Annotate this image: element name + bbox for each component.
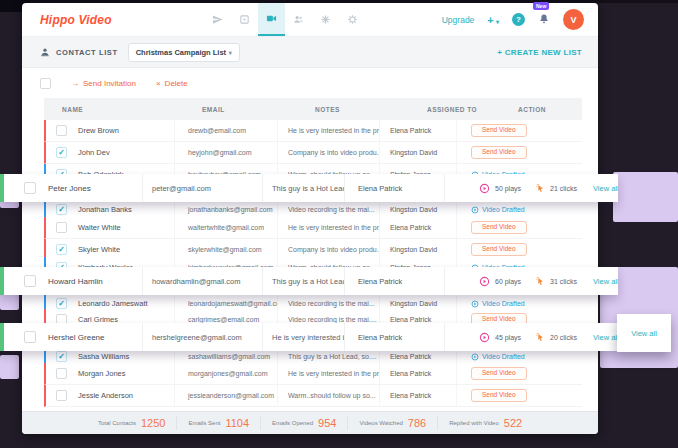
column-header-action: ACTION [504,106,546,113]
assigned-to: Elena Patrick [358,333,402,342]
create-menu-button[interactable]: + ▾ [487,14,499,26]
column-header-email: EMAIL [189,106,305,113]
assigned-to: Kingston David [390,149,437,156]
contact-email: heyjohn@gmail.com [188,149,252,156]
row-checkbox[interactable] [56,351,67,362]
highlighted-row[interactable]: Peter Jones peter@gmail.com This guy is … [0,174,618,202]
avatar[interactable]: V [563,9,584,30]
contact-notes: He is very interested in the prod.. [288,370,380,377]
send-video-button[interactable]: Send Video [471,367,527,381]
circle-play-icon [471,206,479,214]
contact-email: howardhamlin@gmail.com [152,277,240,286]
column-header-name: NAME [46,106,189,113]
table-row[interactable]: Walter White waltertwhite@gmail.com He i… [44,217,582,239]
send-campaign-icon[interactable] [204,3,231,36]
view-all-link[interactable]: View all [593,333,618,342]
hippo-video-logo: Hippo Video [40,13,112,27]
contact-notes: He is very interested in the prod.. [288,224,380,231]
row-checkbox[interactable] [24,275,36,287]
highlighted-row[interactable]: Howard Hamlin howardhamlin@gmail.com Thi… [0,267,618,295]
delete-button[interactable]: × Delete [156,79,188,88]
contact-email: sashawilliams@gmail.com [188,353,270,360]
upgrade-link[interactable]: Upgrade [442,15,475,25]
video-drafted-status[interactable]: Video Drafted [471,206,525,214]
row-checkbox[interactable] [56,298,67,309]
contact-notes: This guy is a Hot Lead, so.... [288,353,377,360]
send-video-button[interactable]: Send Video [471,124,527,138]
table-row[interactable]: John Dev heyjohn@gmail.com Company is in… [44,142,582,164]
campaign-list-dropdown[interactable]: Christmas Campaign List ▾ [128,43,240,62]
send-invitation-button[interactable]: → Send Invitation [71,79,136,88]
send-video-button[interactable]: Send Video [471,389,527,403]
clicks-icon [535,332,545,342]
row-checkbox[interactable] [56,204,67,215]
new-badge: New [533,2,549,10]
row-checkbox[interactable] [56,390,67,401]
contact-name: Skyler White [78,245,120,254]
video-camera-icon[interactable] [258,3,285,36]
help-button[interactable]: ? [512,13,525,26]
contacts-icon[interactable] [285,3,312,36]
clicks-count: 20 clicks [550,334,577,341]
video-drafted-status[interactable]: Video Drafted [471,300,525,308]
contact-email: drewb@email.com [188,127,246,134]
contact-notes: Company is into video produ.... [288,246,380,253]
assigned-to: Elena Patrick [390,370,431,377]
table-row[interactable]: Morgan Jones morganjones@gmail.com He is… [44,363,582,385]
view-all-popover[interactable]: View all [617,314,671,352]
contact-list-icon [40,47,50,57]
lavender-accent-card [0,355,19,379]
plays-count: 60 plays [495,278,521,285]
row-checkbox[interactable] [56,147,67,158]
video-drafted-status[interactable]: Video Drafted [471,353,525,361]
stat-total-contacts: Total Contacts1250 [87,416,177,430]
contact-name: Jonathan Banks [78,205,132,214]
assigned-to: Elena Patrick [390,224,431,231]
row-checkbox[interactable] [56,244,67,255]
notifications-bell-icon[interactable]: New [538,11,550,29]
assigned-to: Elena Patrick [358,184,402,193]
caret-down-icon: ▾ [496,19,499,25]
library-icon[interactable] [231,3,258,36]
create-new-list-button[interactable]: + CREATE NEW LIST [497,48,582,57]
view-all-link[interactable]: View all [593,277,618,286]
send-video-button[interactable]: Send Video [471,243,527,257]
clicks-icon [535,183,545,193]
assigned-to: Elena Patrick [390,353,431,360]
circle-play-icon [471,300,479,308]
view-all-link[interactable]: View all [593,184,618,193]
contact-name: Drew Brown [78,126,119,135]
contact-email: leonardojameswatt@gmail.com [188,300,278,307]
stat-emails-opened: Emails Opened954 [260,416,347,430]
contact-notes: Company is into video produ... [288,149,380,156]
plays-icon [479,276,490,287]
screenshot-stage: Hippo Video [0,0,678,448]
select-all-checkbox[interactable] [40,78,51,89]
contact-email: morganjones@gmail.com [188,370,267,377]
send-video-button[interactable]: Send Video [471,221,527,235]
send-arrow-icon: → [71,79,79,88]
row-checkbox[interactable] [56,222,67,233]
send-video-button[interactable]: Send Video [471,146,527,160]
contact-name: Morgan Jones [78,369,126,378]
main-nav [204,3,366,36]
plays-count: 50 plays [495,185,521,192]
plays-icon [479,183,490,194]
app-window: Hippo Video [22,3,598,434]
contact-notes: This guy is a Hot Lead, so... [272,277,345,286]
contact-name: Howard Hamlin [48,277,103,286]
assigned-to: Elena Patrick [390,392,431,399]
table-row[interactable]: Jessie Anderson jessieanderson@gmail.com… [44,385,582,407]
integrations-icon[interactable] [312,3,339,36]
stat-videos-watched: Videos Watched786 [347,416,437,430]
row-checkbox[interactable] [56,125,67,136]
row-checkbox[interactable] [24,331,36,343]
table-row[interactable]: Drew Brown drewb@email.com He is very in… [44,120,582,142]
highlighted-row[interactable]: Hershel Greene hershelgreene@gmail.com H… [0,323,618,351]
row-checkbox[interactable] [56,368,67,379]
settings-gear-icon[interactable] [339,3,366,36]
contact-name: John Dev [78,148,110,157]
row-checkbox[interactable] [24,182,36,194]
contact-name: Sasha Williams [78,352,129,361]
assigned-to: Elena Patrick [358,277,402,286]
